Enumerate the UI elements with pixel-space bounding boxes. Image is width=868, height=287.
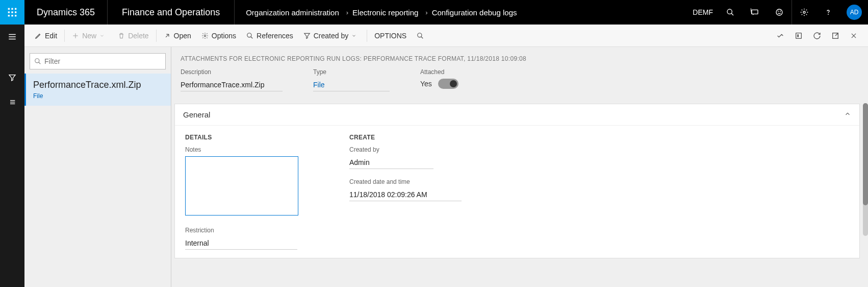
action-bar: Edit New Delete Open Options: [24, 25, 868, 47]
detail-pane: ATTACHMENTS FOR ELECTRONIC REPORTING RUN…: [171, 47, 868, 287]
feedback-icon[interactable]: [767, 0, 792, 25]
list-icon[interactable]: [0, 90, 24, 114]
svg-rect-4: [11, 11, 13, 13]
delete-button[interactable]: Delete: [113, 25, 154, 47]
left-rail: [0, 25, 24, 287]
svg-point-38: [35, 59, 39, 63]
svg-rect-6: [8, 15, 10, 16]
type-label: Type: [313, 68, 390, 76]
createddate-field: 11/18/2018 02:09:26 AM: [349, 188, 462, 201]
details-group-label: DETAILS: [185, 134, 298, 141]
app-launcher-icon[interactable]: [0, 0, 24, 25]
svg-line-35: [835, 33, 838, 35]
svg-rect-33: [797, 34, 799, 37]
gear-icon[interactable]: [792, 0, 816, 25]
chevron-right-icon: ›: [346, 9, 348, 16]
top-bar: Dynamics 365 Finance and Operations Orga…: [0, 0, 868, 25]
restriction-label: Restriction: [185, 227, 298, 234]
createdby-label: Created by: [349, 146, 462, 153]
edit-button[interactable]: Edit: [30, 25, 62, 47]
search-icon: [34, 58, 41, 65]
breadcrumb-item[interactable]: Electronic reporting: [352, 8, 418, 17]
brand-label[interactable]: Dynamics 365: [24, 0, 108, 25]
createdby-filter-button[interactable]: Created by: [298, 25, 365, 47]
popout-icon[interactable]: [826, 27, 845, 45]
svg-rect-11: [752, 10, 758, 14]
svg-line-29: [251, 36, 253, 38]
notes-input[interactable]: [185, 156, 298, 216]
breadcrumb-item[interactable]: Organization administration: [246, 8, 339, 17]
svg-rect-0: [8, 8, 10, 10]
svg-line-10: [731, 13, 733, 15]
search-action-button[interactable]: [412, 25, 432, 47]
svg-point-9: [727, 9, 732, 14]
list-item[interactable]: PerformanceTrace.xml.Zip File: [24, 74, 171, 106]
svg-point-18: [828, 14, 829, 15]
svg-rect-8: [15, 15, 16, 16]
svg-point-30: [418, 33, 422, 37]
svg-rect-7: [11, 15, 13, 16]
type-field[interactable]: File: [313, 79, 390, 91]
notes-label: Notes: [185, 146, 298, 153]
filter-input[interactable]: [44, 57, 161, 65]
svg-rect-3: [8, 11, 10, 13]
svg-point-17: [803, 11, 805, 13]
filter-icon[interactable]: [0, 65, 24, 90]
general-panel-header[interactable]: General: [175, 104, 859, 126]
office-icon[interactable]: [789, 27, 808, 45]
chevron-up-icon: [844, 110, 851, 119]
createdby-field: Admin: [349, 156, 433, 169]
new-button[interactable]: New: [67, 25, 113, 47]
help-icon[interactable]: [816, 0, 840, 25]
general-panel: General DETAILS Notes: [174, 104, 860, 258]
svg-point-27: [204, 35, 206, 37]
open-button[interactable]: Open: [159, 25, 196, 47]
svg-point-15: [778, 11, 779, 12]
page-title: ATTACHMENTS FOR ELECTRONIC REPORTING RUN…: [181, 55, 862, 62]
breadcrumb-item[interactable]: Configuration debug logs: [432, 8, 517, 17]
svg-rect-5: [15, 11, 16, 13]
close-icon[interactable]: [845, 27, 863, 45]
filter-input-wrapper[interactable]: [30, 53, 166, 69]
attached-value: Yes: [420, 80, 432, 88]
restriction-field[interactable]: Internal: [185, 237, 297, 250]
module-label[interactable]: Finance and Operations: [108, 0, 235, 25]
messages-icon[interactable]: [743, 0, 767, 25]
search-icon[interactable]: [718, 0, 743, 25]
chevron-right-icon: ›: [425, 9, 427, 16]
avatar[interactable]: AD: [847, 5, 862, 20]
description-label: Description: [181, 68, 283, 76]
refresh-icon[interactable]: [808, 27, 826, 45]
options-button[interactable]: Options: [196, 25, 241, 47]
svg-rect-1: [11, 8, 13, 10]
references-button[interactable]: References: [241, 25, 298, 47]
svg-point-14: [776, 9, 782, 15]
svg-point-16: [780, 11, 781, 12]
createddate-label: Created date and time: [349, 178, 462, 185]
company-label[interactable]: DEMF: [693, 8, 713, 16]
breadcrumb: Organization administration › Electronic…: [235, 8, 521, 17]
list-pane: PerformanceTrace.xml.Zip File: [24, 47, 171, 287]
attached-label: Attached: [420, 68, 458, 76]
create-group-label: CREATE: [349, 134, 462, 141]
svg-line-31: [421, 36, 423, 38]
menu-icon[interactable]: [0, 25, 24, 49]
attached-toggle[interactable]: [438, 79, 458, 89]
scrollbar-thumb[interactable]: [863, 103, 868, 205]
options-tab-button[interactable]: OPTIONS: [369, 25, 412, 47]
svg-rect-2: [15, 8, 16, 10]
svg-point-28: [247, 33, 251, 37]
svg-line-39: [39, 62, 41, 64]
list-item-title: PerformanceTrace.xml.Zip: [33, 80, 164, 90]
description-field[interactable]: PerformanceTrace.xml.Zip: [181, 79, 283, 91]
list-item-subtitle: File: [33, 92, 164, 100]
personalize-icon[interactable]: [771, 27, 789, 45]
